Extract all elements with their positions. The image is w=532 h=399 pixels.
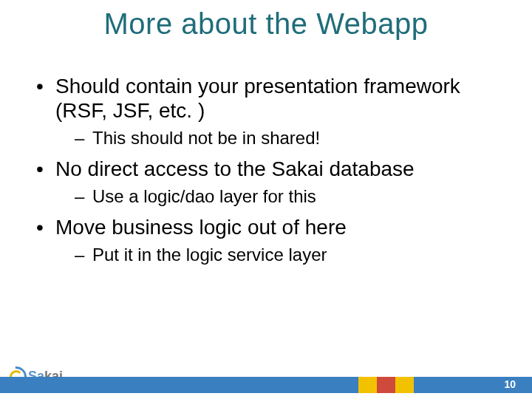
footer-stripe — [0, 377, 358, 393]
slide: More about the Webapp Should contain you… — [0, 0, 532, 399]
bullet-item: No direct access to the Sakai database U… — [33, 157, 502, 208]
sub-list: Put it in the logic service layer — [55, 244, 502, 266]
sub-item: This should not be in shared! — [55, 127, 502, 149]
sub-list: This should not be in shared! — [55, 127, 502, 149]
bullet-text: No direct access to the Sakai database — [55, 157, 415, 180]
footer-stripe — [395, 377, 414, 393]
sub-item: Put it in the logic service layer — [55, 244, 502, 266]
bullet-list: Should contain your presentation framewo… — [33, 74, 502, 266]
footer-bar: 10 — [0, 377, 532, 393]
page-number: 10 — [504, 378, 516, 390]
footer-stripe — [377, 377, 395, 393]
bullet-text: Move business logic out of here — [55, 216, 347, 239]
bullet-text: Should contain your presentation framewo… — [55, 75, 460, 122]
sub-item: Use a logic/dao layer for this — [55, 185, 502, 208]
footer-stripe — [358, 377, 377, 393]
sub-list: Use a logic/dao layer for this — [55, 185, 502, 208]
bullet-item: Move business logic out of here Put it i… — [33, 215, 502, 266]
bullet-item: Should contain your presentation framewo… — [33, 74, 502, 149]
slide-body: Should contain your presentation framewo… — [33, 74, 502, 273]
slide-title: More about the Webapp — [0, 0, 532, 41]
